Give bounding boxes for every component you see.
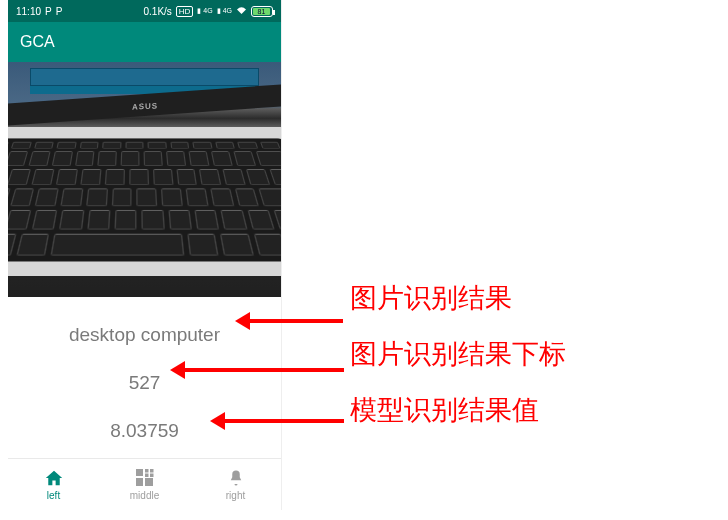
signal-2-icon: ▮ 4G <box>217 7 232 15</box>
battery-icon: 81 <box>251 6 273 17</box>
nav-middle[interactable]: middle <box>99 459 190 510</box>
battery-percent: 81 <box>253 8 270 15</box>
svg-rect-1 <box>145 469 149 473</box>
laptop-brand-label: ASUS <box>131 101 157 111</box>
svg-rect-0 <box>136 469 143 476</box>
phone-frame: 11:10 P P 0.1K/s HD ▮ 4G ▮ 4G 81 GCA ASU… <box>8 0 282 510</box>
svg-rect-2 <box>150 469 154 473</box>
bottom-nav: left middle right <box>8 458 281 510</box>
arrow-3 <box>224 419 344 423</box>
result-label: desktop computer <box>69 311 220 359</box>
app-bar: GCA <box>8 22 281 62</box>
svg-rect-5 <box>136 478 143 486</box>
annotation-label: 图片识别结果 <box>350 280 566 318</box>
net-speed: 0.1K/s <box>143 6 171 17</box>
grid-icon <box>136 468 154 488</box>
arrow-2 <box>184 368 344 372</box>
nav-right[interactable]: right <box>190 459 281 510</box>
annotation-index: 图片识别结果下标 <box>350 336 566 374</box>
svg-rect-4 <box>150 474 154 478</box>
nav-middle-label: middle <box>130 490 159 501</box>
home-icon <box>44 468 64 488</box>
status-left: 11:10 P P <box>16 6 62 17</box>
status-time: 11:10 <box>16 6 41 17</box>
nav-right-label: right <box>226 490 245 501</box>
status-right: 0.1K/s HD ▮ 4G ▮ 4G 81 <box>143 6 273 17</box>
notification-icon: P <box>45 6 52 17</box>
notification-icon: P <box>56 6 63 17</box>
svg-rect-3 <box>145 474 149 478</box>
hd-badge: HD <box>176 6 194 17</box>
svg-rect-6 <box>145 478 153 486</box>
result-value: 8.03759 <box>110 407 179 455</box>
nav-left[interactable]: left <box>8 459 99 510</box>
arrow-1 <box>249 319 343 323</box>
status-bar: 11:10 P P 0.1K/s HD ▮ 4G ▮ 4G 81 <box>8 0 281 22</box>
annotations: 图片识别结果 图片识别结果下标 模型识别结果值 <box>350 280 566 429</box>
wifi-icon <box>236 6 247 17</box>
classified-image: ASUS <box>8 62 281 297</box>
nav-left-label: left <box>47 490 60 501</box>
result-index: 527 <box>129 359 161 407</box>
annotation-value: 模型识别结果值 <box>350 392 566 430</box>
bell-icon <box>227 468 245 488</box>
app-title: GCA <box>20 33 55 51</box>
signal-1-icon: ▮ 4G <box>197 7 212 15</box>
